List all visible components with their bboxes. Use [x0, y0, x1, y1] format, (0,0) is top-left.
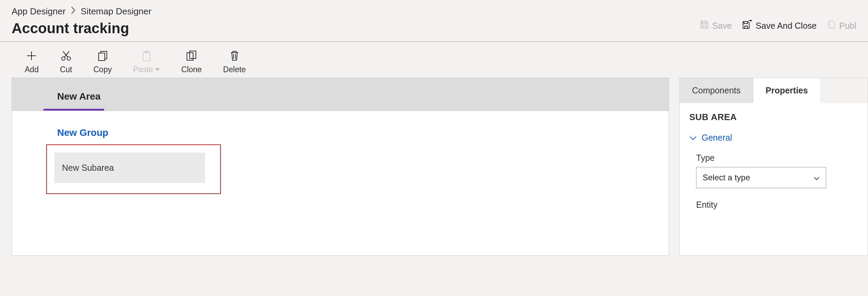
- breadcrumb-root[interactable]: App Designer: [12, 6, 66, 17]
- save-and-close-button[interactable]: Save And Close: [742, 20, 817, 31]
- breadcrumb: App Designer Sitemap Designer: [12, 6, 151, 17]
- publish-icon: [827, 20, 836, 31]
- plus-icon: [26, 50, 37, 62]
- delete-label: Delete: [223, 65, 246, 74]
- section-general-label: General: [702, 133, 732, 143]
- type-select[interactable]: Select a type: [696, 167, 826, 188]
- header: App Designer Sitemap Designer Account tr…: [0, 0, 868, 42]
- properties-panel: SUB AREA General Type Select a type Enti…: [679, 103, 868, 256]
- save-and-close-label: Save And Close: [756, 21, 817, 31]
- area-tabstrip: New Area: [12, 78, 669, 111]
- copy-label: Copy: [93, 65, 112, 74]
- sitemap-canvas: New Area New Group New Subarea: [12, 78, 669, 256]
- clipboard-icon: [141, 50, 152, 62]
- save-and-close-icon: [742, 20, 752, 31]
- add-label: Add: [25, 65, 39, 74]
- toolbar: Add Cut Copy Paste: [0, 42, 868, 78]
- svg-point-1: [67, 57, 71, 60]
- copy-icon: [97, 50, 109, 62]
- chevron-down-icon: [689, 133, 697, 143]
- scissors-icon: [60, 50, 72, 62]
- tab-properties[interactable]: Properties: [753, 78, 820, 103]
- publish-button: Publ: [827, 20, 856, 31]
- right-pane-tabs: Components Properties: [679, 78, 868, 103]
- chevron-down-icon: [155, 68, 160, 71]
- clone-label: Clone: [181, 65, 202, 74]
- add-button[interactable]: Add: [25, 50, 39, 74]
- copy-button[interactable]: Copy: [93, 50, 112, 74]
- canvas-body: New Group New Subarea: [12, 111, 669, 194]
- cut-button[interactable]: Cut: [60, 50, 72, 74]
- subarea-chip[interactable]: New Subarea: [54, 153, 205, 183]
- svg-rect-2: [99, 53, 105, 61]
- group-title[interactable]: New Group: [57, 127, 669, 138]
- header-left: App Designer Sitemap Designer Account tr…: [12, 6, 151, 37]
- cut-label: Cut: [60, 65, 72, 74]
- trash-icon: [229, 50, 240, 62]
- section-general[interactable]: General: [689, 133, 858, 143]
- area-tab[interactable]: New Area: [43, 81, 104, 111]
- svg-point-0: [62, 57, 65, 60]
- paste-label: Paste: [133, 65, 153, 74]
- save-icon: [700, 20, 709, 31]
- save-label: Save: [712, 21, 732, 31]
- field-type-label: Type: [696, 153, 858, 163]
- paste-button: Paste: [133, 50, 160, 74]
- breadcrumb-current[interactable]: Sitemap Designer: [81, 6, 152, 17]
- right-pane: Components Properties SUB AREA General T…: [679, 78, 868, 256]
- publish-label: Publ: [839, 21, 856, 31]
- subarea-selection: New Subarea: [46, 144, 221, 194]
- field-entity-label: Entity: [696, 200, 858, 210]
- clone-icon: [186, 50, 197, 62]
- clone-button[interactable]: Clone: [181, 50, 202, 74]
- save-button: Save: [700, 20, 732, 31]
- type-select-value: Select a type: [703, 173, 750, 182]
- delete-button[interactable]: Delete: [223, 50, 246, 74]
- tab-components[interactable]: Components: [680, 78, 753, 103]
- page-title: Account tracking: [12, 20, 151, 37]
- chevron-right-icon: [71, 6, 76, 17]
- header-actions: Save Save And Close Publ: [700, 20, 856, 31]
- properties-heading: SUB AREA: [689, 112, 858, 123]
- body: New Area New Group New Subarea Component…: [0, 78, 868, 256]
- chevron-down-icon: [814, 173, 820, 182]
